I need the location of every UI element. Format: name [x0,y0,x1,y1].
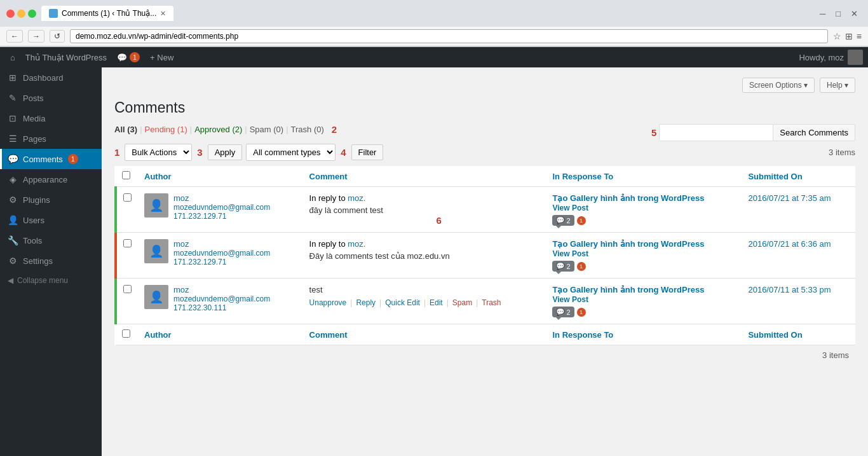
items-count-top: 3 items [829,148,855,157]
topbar-site-name[interactable]: Thủ Thuật WordPress [20,47,112,67]
star-icon[interactable]: ☆ [833,31,841,41]
reload-button[interactable]: ↺ [50,30,65,43]
sidebar-item-plugins[interactable]: ⚙ Plugins [0,190,102,210]
table-header-row: Author Comment In Response To Submitted … [116,166,855,187]
browser-minimize-button[interactable] [17,10,25,18]
annotation-4: 4 [341,147,346,158]
help-button[interactable]: Help ▾ [820,78,855,93]
view-post-link[interactable]: View Post [552,249,588,258]
response-title-link[interactable]: Tạo Gallery hình ảnh trong WordPress [552,239,704,249]
sidebar-item-tools[interactable]: 🔧 Tools [0,230,102,251]
tab-title: Comments (1) ‹ Thủ Thuậ... [62,9,156,18]
filter-spam[interactable]: Spam (0) [250,125,283,134]
annotation-6: 6 [437,215,442,226]
page-title: Comments [114,99,855,116]
topbar-howdy[interactable]: Howdy, moz [799,50,863,65]
trash-button[interactable]: Trash [482,298,501,307]
in-reply-link[interactable]: moz. [348,239,365,249]
reply-button[interactable]: Reply [356,298,376,307]
comment-bubble: 💬 2 [552,307,574,317]
topbar-comments-notif[interactable]: 💬 1 [112,47,145,67]
filter-button[interactable]: Filter [351,144,384,160]
filter-approved[interactable]: Approved (2) [194,125,242,134]
select-all-footer [116,324,138,345]
author-name: moz [173,193,297,203]
view-post-link[interactable]: View Post [552,295,588,304]
spam-button[interactable]: Spam [452,298,472,307]
row2-checkbox[interactable] [123,239,132,247]
author-ip: 171.232.30.111 [173,303,297,312]
bulk-actions-select[interactable]: Bulk Actions [125,144,192,161]
response-title-link[interactable]: Tạo Gallery hình ảnh trong WordPress [552,285,704,294]
view-post-link[interactable]: View Post [552,204,588,212]
row3-comment-cell: test Unapprove | Reply | Quick Edit | Ed… [303,279,546,324]
notif-dot: 1 [577,216,586,225]
row2-author-cell: 👤 moz mozeduvndemo@gmail.com 171.232.129… [138,233,303,279]
filter-all[interactable]: All (3) [114,125,137,134]
pages-icon: ☰ [8,134,18,144]
search-comments-button[interactable]: Search Comments [773,124,855,141]
window-close-icon[interactable]: ✕ [847,8,862,20]
in-reply-link[interactable]: moz. [348,193,365,203]
row2-submitted-cell: 2016/07/21 at 6:36 am [742,233,855,279]
author-header: Author [138,166,303,187]
quick-edit-button[interactable]: Quick Edit [385,298,420,307]
row2-comment-cell: In reply to moz. Đây là comments test củ… [303,233,546,279]
sidebar-item-comments[interactable]: 💬 Comments 1 [0,149,102,169]
author-email: mozeduvndemo@gmail.com [173,203,297,212]
browser-close-button[interactable] [6,10,15,18]
row3-checkbox[interactable] [123,285,132,293]
filter-trash[interactable]: Trash (0) [291,125,324,134]
top-section: All (3) | Pending (1) | Approved (2) | S… [114,124,855,141]
author-name: moz [173,239,297,249]
search-input[interactable] [659,124,773,141]
topbar-new[interactable]: + New [145,47,179,67]
sidebar-item-appearance[interactable]: ◈ Appearance [0,169,102,190]
edit-button[interactable]: Edit [430,298,443,307]
annotation-1: 1 [114,147,119,158]
author-avatar: 👤 [144,285,168,309]
window-minimize-icon[interactable]: ─ [816,8,829,20]
row1-checkbox[interactable] [123,193,132,202]
browser-tab[interactable]: Comments (1) ‹ Thủ Thuậ... ✕ [41,6,173,21]
response-title-link[interactable]: Tạo Gallery hình ảnh trong WordPress [552,193,704,203]
sidebar-item-label: Appearance [23,175,67,184]
table-footer-header-row: Author Comment In Response To Submitted … [116,324,855,345]
sidebar-item-label: Pages [23,134,46,144]
menu-icon[interactable]: ≡ [857,31,862,41]
sidebar-item-posts[interactable]: ✎ Posts [0,88,102,108]
select-all-checkbox[interactable] [122,171,130,179]
collapse-menu-button[interactable]: ◀ Collapse menu [0,271,102,290]
unapprove-button[interactable]: Unapprove [309,298,347,307]
apply-button[interactable]: Apply [208,144,243,160]
sidebar-item-label: Settings [23,256,53,266]
comments-badge: 1 [68,154,78,164]
sidebar-item-media[interactable]: ⊡ Media [0,108,102,128]
browser-maximize-button[interactable] [28,10,36,18]
row3-submitted-cell: 2016/07/11 at 5:33 pm [742,279,855,324]
sidebar-item-dashboard[interactable]: ⊞ Dashboard [0,67,102,88]
window-restore-icon[interactable]: □ [832,8,844,20]
back-button[interactable]: ← [6,30,23,43]
filter-pending[interactable]: Pending (1) [145,125,187,134]
wp-topbar: ⌂ Thủ Thuật WordPress 💬 1 + New Howdy, m… [0,47,868,67]
forward-button[interactable]: → [28,30,44,43]
tab-close-button[interactable]: ✕ [160,10,166,18]
collapse-icon: ◀ [8,276,13,285]
author-avatar: 👤 [144,193,168,218]
extensions-icon[interactable]: ⊞ [845,31,853,41]
select-all-footer-checkbox[interactable] [122,329,130,338]
sidebar-item-pages[interactable]: ☰ Pages [0,128,102,149]
screen-options-button[interactable]: Screen Options ▾ [742,78,815,93]
comment-actions: Unapprove | Reply | Quick Edit | Edit | … [309,298,540,307]
sidebar-item-users[interactable]: 👤 Users [0,210,102,230]
author-name: moz [173,285,297,294]
comment-types-select[interactable]: All comment types [246,144,336,161]
sidebar-menu: ⊞ Dashboard ✎ Posts ⊡ Media ☰ Pages 💬 Co… [0,67,102,271]
sidebar-item-settings[interactable]: ⚙ Settings [0,251,102,271]
row3-checkbox-cell [116,279,138,324]
row1-response-cell: Tạo Gallery hình ảnh trong WordPress Vie… [546,187,742,233]
topbar-home-icon[interactable]: ⌂ [5,47,20,67]
sidebar-item-label: Tools [23,236,42,245]
address-bar[interactable] [70,29,828,43]
